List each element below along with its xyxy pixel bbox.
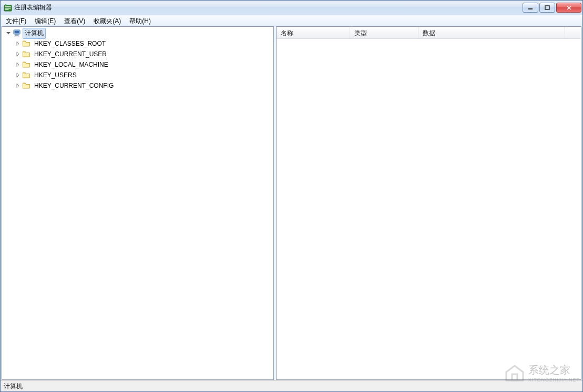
- menu-favorites[interactable]: 收藏夹(A): [89, 15, 125, 26]
- svg-rect-6: [545, 6, 549, 9]
- tree-hive-label: HKEY_LOCAL_MACHINE: [32, 60, 110, 69]
- statusbar-path: 计算机: [4, 383, 23, 390]
- tree-hive-label: HKEY_USERS: [32, 70, 79, 80]
- folder-icon: [22, 50, 30, 58]
- menu-file[interactable]: 文件(F): [2, 15, 30, 26]
- tree-hive[interactable]: HKEY_CURRENT_USER: [12, 49, 273, 59]
- expander-closed-icon[interactable]: [14, 71, 22, 79]
- registry-editor-window: 注册表编辑器 文件(F) 编辑(E) 查看(V) 收藏夹(A) 帮助(H): [0, 0, 583, 392]
- app-icon: [4, 4, 12, 12]
- column-data[interactable]: 数据: [418, 27, 565, 38]
- menu-help[interactable]: 帮助(H): [125, 15, 155, 26]
- computer-icon: [13, 29, 21, 37]
- menubar: 文件(F) 编辑(E) 查看(V) 收藏夹(A) 帮助(H): [1, 15, 582, 26]
- window-controls: [523, 3, 581, 13]
- titlebar[interactable]: 注册表编辑器: [1, 1, 582, 15]
- maximize-icon: [545, 5, 550, 11]
- svg-rect-10: [14, 36, 19, 36]
- svg-rect-1: [5, 6, 11, 7]
- minimize-icon: [528, 5, 533, 11]
- column-type[interactable]: 类型: [350, 27, 418, 38]
- values-header: 名称 类型 数据: [277, 27, 581, 39]
- folder-icon: [22, 71, 30, 79]
- close-button[interactable]: [556, 3, 581, 13]
- svg-rect-5: [528, 8, 533, 9]
- tree-hive[interactable]: HKEY_LOCAL_MACHINE: [12, 59, 273, 70]
- svg-rect-3: [5, 9, 9, 10]
- registry-tree: 计算机 HKEY_CLASSES_ROOTHKEY_CURRENT_USERHK…: [2, 27, 273, 92]
- tree-children: HKEY_CLASSES_ROOTHKEY_CURRENT_USERHKEY_L…: [2, 38, 273, 91]
- expander-open-icon[interactable]: [4, 29, 13, 37]
- content-area: 计算机 HKEY_CLASSES_ROOTHKEY_CURRENT_USERHK…: [1, 26, 582, 380]
- close-icon: [566, 5, 572, 11]
- expander-closed-icon[interactable]: [14, 50, 22, 58]
- expander-closed-icon[interactable]: [14, 39, 22, 48]
- tree-hive[interactable]: HKEY_CURRENT_CONFIG: [12, 80, 273, 91]
- tree-root-computer[interactable]: 计算机: [2, 28, 273, 38]
- folder-icon: [22, 60, 30, 69]
- values-pane[interactable]: 名称 类型 数据: [276, 26, 581, 380]
- tree-hive-label: HKEY_CLASSES_ROOT: [32, 39, 108, 48]
- svg-rect-8: [15, 31, 19, 34]
- window-title: 注册表编辑器: [14, 3, 523, 12]
- tree-hive[interactable]: HKEY_CLASSES_ROOT: [12, 38, 273, 49]
- expander-closed-icon[interactable]: [14, 60, 22, 69]
- svg-point-4: [5, 4, 7, 6]
- tree-pane[interactable]: 计算机 HKEY_CLASSES_ROOTHKEY_CURRENT_USERHK…: [2, 26, 274, 380]
- menu-edit[interactable]: 编辑(E): [30, 15, 60, 26]
- tree-hive-label: HKEY_CURRENT_CONFIG: [32, 81, 116, 90]
- statusbar: 计算机: [1, 380, 582, 391]
- tree-hive[interactable]: HKEY_USERS: [12, 70, 273, 80]
- tree-hive-label: HKEY_CURRENT_USER: [32, 49, 109, 59]
- tree-root-label: 计算机: [23, 28, 46, 39]
- column-filler: [565, 27, 581, 38]
- minimize-button[interactable]: [523, 3, 538, 13]
- maximize-button[interactable]: [539, 3, 555, 13]
- values-body: [277, 39, 581, 379]
- column-name[interactable]: 名称: [277, 27, 350, 38]
- svg-rect-2: [5, 8, 11, 9]
- expander-closed-icon[interactable]: [14, 81, 22, 90]
- folder-icon: [22, 81, 30, 90]
- svg-rect-9: [15, 35, 18, 36]
- menu-view[interactable]: 查看(V): [60, 15, 89, 26]
- folder-icon: [22, 39, 30, 48]
